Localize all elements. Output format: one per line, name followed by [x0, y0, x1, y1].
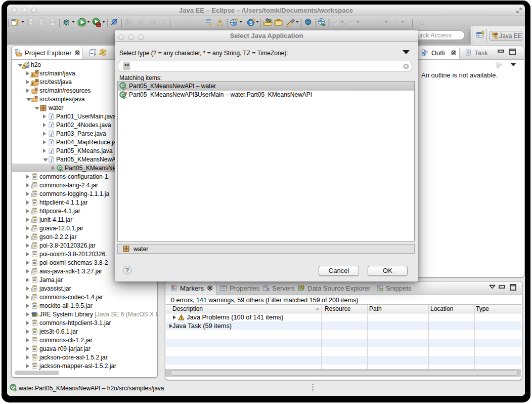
svg-text:S: S: [125, 91, 127, 96]
svg-text:S: S: [249, 20, 253, 26]
